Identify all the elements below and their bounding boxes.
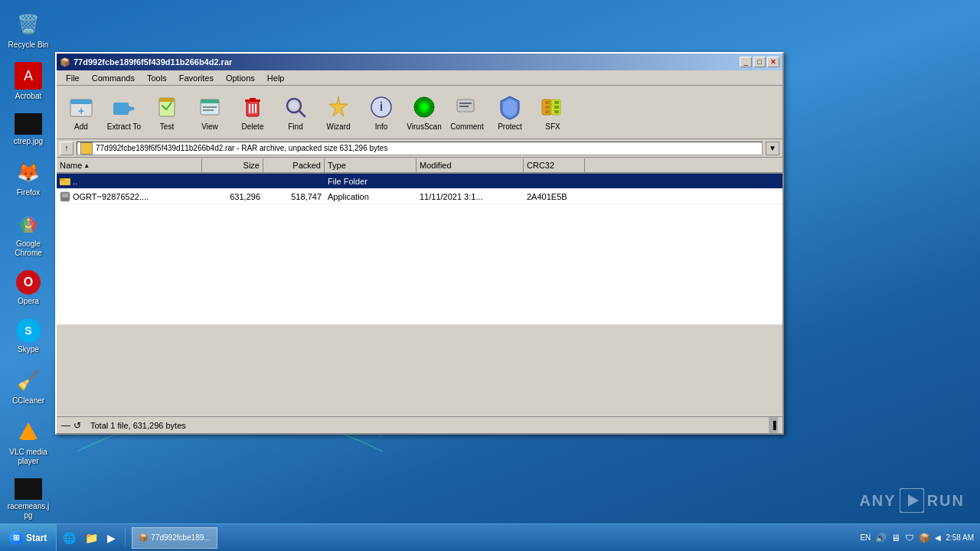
desktop-icon-recycle-bin[interactable]: 🗑️ Recycle Bin	[4, 8, 53, 53]
comment-button[interactable]: Comment	[447, 91, 487, 133]
protect-label: Protect	[498, 122, 522, 131]
desktop-icon-ctrep[interactable]: ctrep.jpg	[4, 110, 53, 149]
tray-arrow-icon[interactable]: ◀	[935, 533, 941, 542]
desktop-icon-chrome[interactable]: Google Chrome	[4, 207, 53, 261]
col-modified[interactable]: Modified	[416, 158, 524, 172]
anyrun-text: ANY	[859, 492, 896, 510]
col-size[interactable]: Size	[202, 158, 263, 172]
menu-file[interactable]: File	[60, 72, 86, 84]
racemeans-icon	[15, 478, 42, 500]
view-button[interactable]: View	[190, 91, 230, 133]
svg-rect-39	[459, 106, 469, 107]
extract-to-icon	[110, 93, 138, 121]
maximize-button[interactable]: □	[753, 57, 766, 67]
desktop-icon-skype[interactable]: S Skype	[4, 315, 53, 357]
sfx-button[interactable]: SFX	[533, 91, 573, 133]
vlc-label: VLC media player	[7, 448, 50, 466]
menu-help[interactable]: Help	[261, 72, 291, 84]
svg-rect-47	[545, 110, 550, 113]
find-button[interactable]: Find	[276, 91, 315, 133]
tray-rar-icon[interactable]: 📦	[919, 533, 930, 543]
folder-icon	[60, 176, 70, 187]
svg-rect-13	[159, 98, 175, 102]
svg-rect-7	[70, 99, 92, 104]
info-label: Info	[375, 122, 388, 131]
taskbar-item-rar[interactable]: 📦 77d992fcbe189...	[132, 527, 217, 549]
menu-commands[interactable]: Commands	[86, 72, 141, 84]
clock[interactable]: 2:58 AM	[946, 533, 974, 542]
path-input[interactable]: 77d992fcbe189f6f5f439d11b266b4d2.rar - R…	[77, 142, 763, 155]
recycle-bin-icon: 🗑️	[15, 11, 42, 38]
svg-rect-20	[250, 98, 256, 100]
toolbar: + Add Extract To	[57, 86, 782, 139]
tray-volume-icon[interactable]: 🔊	[875, 533, 887, 543]
anyrun-logo: ANY RUN	[859, 488, 965, 513]
table-row[interactable]: .. File Folder	[57, 174, 782, 189]
tray-shield-icon[interactable]: 🛡	[905, 533, 914, 543]
delete-button[interactable]: Delete	[233, 91, 273, 133]
status-icon-1: —	[61, 420, 70, 431]
protect-button[interactable]: Protect	[490, 91, 530, 133]
col-name[interactable]: Name ▲	[57, 158, 202, 172]
taskbar-explorer-icon[interactable]: 📁	[82, 532, 101, 544]
menu-favorites[interactable]: Favorites	[173, 72, 220, 84]
svg-rect-17	[203, 109, 214, 111]
tray-network-icon[interactable]: 🖥	[891, 533, 900, 543]
minimize-button[interactable]: _	[740, 57, 752, 67]
chrome-label: Google Chrome	[7, 240, 50, 258]
desktop-icon-opera[interactable]: O Opera	[4, 267, 53, 309]
window-controls: _ □ ✕	[740, 57, 779, 67]
firefox-label: Firefox	[17, 188, 41, 197]
col-packed[interactable]: Packed	[263, 158, 325, 172]
svg-rect-4	[24, 435, 33, 438]
svg-rect-45	[545, 106, 550, 109]
virusscan-label: VirusScan	[407, 122, 441, 131]
col-crc32[interactable]: CRC32	[524, 158, 585, 172]
add-button[interactable]: + Add	[61, 91, 101, 133]
svg-marker-40	[461, 112, 464, 115]
virusscan-button[interactable]: VirusScan	[404, 91, 444, 133]
taskbar-ie-icon[interactable]: 🌐	[60, 532, 79, 544]
file-list-container: Name ▲ Size Packed Type Modified CRC32	[57, 158, 782, 416]
svg-rect-43	[545, 101, 550, 104]
svg-text:i: i	[380, 100, 383, 113]
svg-rect-50	[60, 178, 64, 181]
svg-text:+: +	[78, 105, 84, 117]
find-label: Find	[288, 122, 302, 131]
desktop-icon-acrobat[interactable]: A Acrobat	[4, 59, 53, 104]
svg-rect-5	[22, 438, 34, 440]
menu-options[interactable]: Options	[220, 72, 261, 84]
col-type[interactable]: Type	[325, 158, 416, 172]
test-button[interactable]: Test	[147, 91, 187, 133]
path-back-button[interactable]: ↑	[60, 142, 74, 155]
desktop-icon-racemeans[interactable]: racemeans.jpg	[4, 475, 53, 523]
desktop-icon-firefox[interactable]: 🦊 Firefox	[4, 155, 53, 201]
desktop-icon-ccleaner[interactable]: 🧹 CCleaner	[4, 364, 53, 409]
table-row[interactable]: OGRT~92876522.... 631,296 518,747 Applic…	[57, 189, 782, 204]
desktop-icon-vlc[interactable]: VLC media player	[4, 415, 53, 469]
taskbar-media-icon[interactable]: ▶	[104, 532, 119, 544]
taskbar-items: 🌐 📁 ▶ 📦 77d992fcbe189...	[57, 527, 854, 549]
tray-lang-icon[interactable]: EN	[860, 533, 871, 542]
acrobat-icon: A	[15, 62, 42, 90]
wizard-icon	[325, 93, 352, 121]
status-scrollbar[interactable]: ▐	[769, 417, 778, 433]
ccleaner-icon: 🧹	[15, 367, 42, 394]
svg-rect-9	[113, 103, 129, 115]
sort-arrow: ▲	[83, 162, 90, 169]
start-button[interactable]: ⊞ Start	[0, 524, 57, 551]
path-icon	[80, 142, 93, 155]
menu-tools[interactable]: Tools	[141, 72, 173, 84]
close-button[interactable]: ✕	[767, 57, 779, 67]
path-dropdown-button[interactable]: ▼	[766, 142, 779, 155]
status-bar: — ↺ Total 1 file, 631,296 bytes ▐	[57, 416, 782, 433]
info-icon: i	[368, 93, 395, 121]
extract-to-button[interactable]: Extract To	[104, 91, 144, 133]
window-title: 📦 77d992fcbe189f6f5f439d11b266b4d2.rar	[60, 57, 232, 67]
info-button[interactable]: i Info	[361, 91, 401, 133]
anyrun-play-icon	[900, 488, 924, 513]
sfx-icon	[539, 93, 567, 121]
find-icon	[282, 93, 309, 121]
window-titlebar: 📦 77d992fcbe189f6f5f439d11b266b4d2.rar _…	[57, 54, 782, 70]
wizard-button[interactable]: Wizard	[318, 91, 358, 133]
